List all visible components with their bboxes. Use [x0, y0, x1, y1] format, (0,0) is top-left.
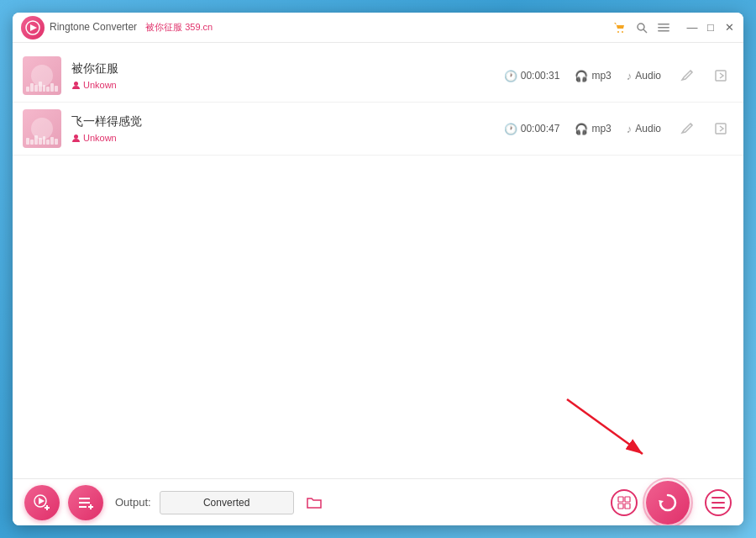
track-type: ♪ Audio	[627, 123, 661, 135]
app-logo	[21, 16, 45, 40]
track-type: ♪ Audio	[627, 70, 661, 82]
track-row: 被你征服 Unkown 🕐 00:00:31 🎧 mp3	[13, 50, 743, 103]
svg-line-9	[690, 71, 692, 72]
edit-button[interactable]	[675, 116, 700, 141]
svg-rect-30	[711, 502, 725, 504]
track-actions	[675, 116, 733, 141]
track-format: 🎧 mp3	[575, 70, 611, 82]
clock-icon: 🕐	[504, 70, 517, 82]
headphone-icon: 🎧	[575, 70, 588, 82]
app-title: Ringtone Converter	[50, 21, 137, 33]
track-info: 飞一样得感觉 Unkown	[71, 114, 487, 143]
audio-icon: ♪	[627, 123, 633, 135]
titlebar-controls: — □ ✕	[612, 20, 735, 35]
svg-rect-6	[658, 27, 669, 29]
output-input[interactable]	[160, 491, 294, 514]
svg-point-11	[74, 134, 78, 139]
open-button[interactable]	[708, 63, 733, 88]
maximize-button[interactable]: □	[705, 22, 717, 34]
svg-rect-31	[711, 507, 725, 509]
track-list: 被你征服 Unkown 🕐 00:00:31 🎧 mp3	[13, 43, 743, 478]
svg-marker-28	[659, 500, 664, 504]
svg-rect-24	[618, 497, 623, 502]
edit-button[interactable]	[675, 63, 700, 88]
svg-rect-26	[618, 504, 623, 509]
menu-icon[interactable]	[656, 20, 671, 35]
svg-rect-25	[625, 497, 630, 502]
svg-rect-29	[711, 497, 725, 498]
open-button[interactable]	[708, 116, 733, 141]
add-music-button[interactable]	[24, 485, 60, 520]
svg-rect-27	[625, 504, 630, 509]
svg-point-3	[638, 24, 644, 30]
add-playlist-button[interactable]	[68, 485, 103, 520]
menu-button[interactable]	[705, 489, 732, 516]
track-thumbnail	[23, 109, 61, 148]
titlebar-text: Ringtone Converter 被你征服 359.cn	[50, 21, 612, 34]
folder-button[interactable]	[302, 491, 326, 514]
titlebar: Ringtone Converter 被你征服 359.cn	[13, 13, 743, 43]
track-artist: Unkown	[71, 80, 487, 90]
track-row: 飞一样得感觉 Unkown 🕐 00:00:47 🎧 mp3	[13, 103, 743, 156]
svg-point-8	[74, 82, 78, 86]
track-duration: 🕐 00:00:31	[504, 70, 560, 82]
clock-icon: 🕐	[504, 123, 517, 135]
headphone-icon: 🎧	[575, 123, 588, 135]
search-icon[interactable]	[634, 20, 649, 35]
svg-line-4	[643, 29, 647, 33]
main-window: Ringtone Converter 被你征服 359.cn	[13, 13, 743, 525]
audio-icon: ♪	[627, 70, 633, 82]
watermark: 被你征服 359.cn	[145, 22, 213, 32]
cart-icon[interactable]	[612, 20, 627, 35]
track-actions	[675, 63, 733, 88]
svg-point-1	[617, 31, 619, 33]
settings-button[interactable]	[611, 489, 638, 516]
track-format: 🎧 mp3	[575, 123, 611, 135]
track-title: 被你征服	[71, 61, 487, 76]
close-button[interactable]: ✕	[723, 22, 735, 34]
track-meta: 🕐 00:00:47 🎧 mp3 ♪ Audio	[504, 123, 661, 135]
svg-rect-7	[658, 30, 669, 32]
svg-line-12	[690, 124, 692, 125]
track-artist: Unkown	[71, 133, 487, 143]
bottom-bar: Output:	[13, 478, 743, 525]
track-title: 飞一样得感觉	[71, 114, 487, 129]
svg-rect-5	[658, 24, 669, 25]
track-duration: 🕐 00:00:47	[504, 123, 560, 135]
track-meta: 🕐 00:00:31 🎧 mp3 ♪ Audio	[504, 70, 661, 82]
output-label: Output:	[115, 496, 151, 509]
track-info: 被你征服 Unkown	[71, 61, 487, 90]
minimize-button[interactable]: —	[686, 22, 698, 34]
convert-button[interactable]	[646, 481, 690, 525]
svg-point-2	[622, 31, 623, 33]
track-thumbnail	[23, 56, 61, 95]
